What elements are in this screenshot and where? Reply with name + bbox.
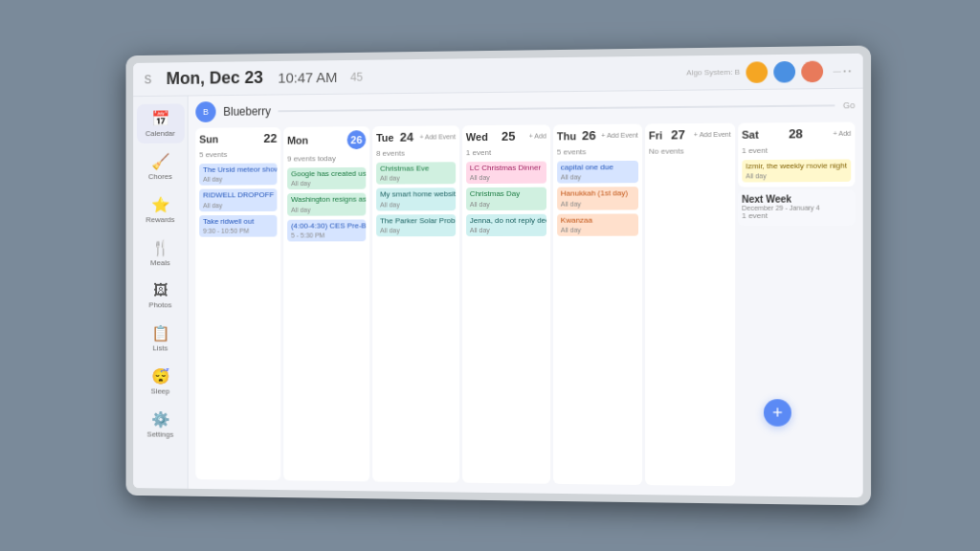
s-label: S: [145, 73, 152, 86]
sidebar-label-lists: Lists: [153, 344, 168, 353]
avatar-orange[interactable]: [746, 61, 768, 83]
event-text: LC Christmas Dinner: [470, 164, 543, 174]
day-header-sat: Sat 28 + Add: [742, 126, 851, 142]
day-header-mon: Mon 26: [287, 130, 366, 149]
event-count-sun: 5 events: [199, 150, 277, 159]
next-week-col: Next Week December 29 - January 4 1 even…: [738, 190, 855, 227]
algo-label: Algo System: B: [686, 68, 740, 77]
sidebar-item-sleep[interactable]: 😴 Sleep: [137, 362, 185, 401]
last-col: Sat 28 + Add 1 event Izmir, the weekly m…: [738, 122, 855, 488]
calendar-area: B Blueberry Go Sun 22 5 events: [189, 89, 863, 497]
screen-inner: S Mon, Dec 23 10:47 AM 45 Algo System: B…: [133, 54, 863, 497]
settings-icon: ⚙️: [151, 410, 169, 429]
event-sub: All day: [203, 201, 273, 209]
add-event-sat[interactable]: + Add: [833, 130, 851, 137]
event-tue-1[interactable]: My smart home website for CES 2... All d…: [376, 188, 456, 211]
day-name-thu: Thu: [557, 130, 576, 142]
rewards-icon: ⭐: [151, 196, 169, 214]
day-name-sun: Sun: [199, 133, 218, 144]
event-sub: All day: [561, 199, 635, 208]
avatar-red[interactable]: [801, 60, 823, 82]
add-event-tue[interactable]: + Add Event: [419, 133, 456, 140]
event-text: Hanukkah (1st day): [561, 189, 635, 200]
event-count-mon: 9 events today: [287, 154, 366, 164]
event-count-fri: No events: [649, 146, 731, 156]
profile-dot[interactable]: B: [195, 101, 215, 122]
event-mon-0[interactable]: Google has created user roles to... All …: [287, 167, 366, 190]
day-num-wed: 25: [501, 129, 515, 143]
day-col-fri: Fri 27 + Add Event No events: [645, 123, 735, 487]
sidebar-label-meals: Meals: [150, 258, 169, 267]
event-sub: All day: [470, 173, 543, 183]
top-bar-right: Algo System: B — • •: [686, 60, 851, 83]
event-sun-2[interactable]: Take ridwell out 9:30 - 10:50 PM: [199, 215, 277, 237]
day-col-wed: Wed 25 + Add 1 event LC Christmas Dinner…: [462, 124, 550, 483]
event-thu-2[interactable]: Kwanzaa All day: [557, 213, 638, 236]
photos-icon: 🖼: [153, 282, 167, 299]
day-col-sun: Sun 22 5 events The Ursid meteor shower …: [195, 127, 280, 480]
day-name-sat: Sat: [742, 128, 759, 140]
event-sub: All day: [746, 171, 847, 181]
event-sun-1[interactable]: RIDWELL DROPOFF All day: [199, 189, 277, 212]
day-header-thu: Thu 26 + Add Event: [557, 128, 638, 143]
sidebar-label-settings: Settings: [147, 430, 174, 439]
event-mon-2[interactable]: (4:00-4:30) CES Pre-Briefing call 5 - 5:…: [287, 219, 366, 241]
event-sun-0[interactable]: The Ursid meteor shower will rea... All …: [199, 164, 277, 187]
calendar-icon: 📅: [151, 109, 169, 127]
event-text: Izmir, the weekly movie night: [746, 161, 847, 171]
event-text: Jenna, do not reply deep...: [470, 216, 543, 227]
sidebar-item-calendar[interactable]: 📅 Calendar: [137, 103, 185, 143]
event-wed-2[interactable]: Jenna, do not reply deep... All day: [466, 214, 546, 237]
avatar-blue[interactable]: [773, 60, 795, 82]
event-wed-1[interactable]: Christmas Day All day: [466, 187, 546, 210]
day-num-sun: 22: [263, 131, 277, 145]
add-event-fri[interactable]: + Add Event: [694, 131, 731, 138]
day-header-sun: Sun 22: [199, 131, 277, 145]
day-num-thu: 26: [582, 128, 596, 143]
event-tue-0[interactable]: Christmas Eve All day: [376, 162, 456, 185]
profile-bar-line: [278, 104, 835, 112]
event-wed-0[interactable]: LC Christmas Dinner All day: [466, 162, 546, 185]
sidebar-item-photos[interactable]: 🖼 Photos: [137, 276, 185, 315]
profile-name: Blueberry: [223, 104, 271, 118]
event-sub: All day: [561, 172, 635, 182]
event-count-thu: 5 events: [557, 147, 638, 157]
sidebar-label-rewards: Rewards: [145, 215, 174, 224]
sidebar-item-chores[interactable]: 🧹 Chores: [137, 147, 185, 187]
day-num-tue: 24: [400, 130, 413, 144]
event-sat-0[interactable]: Izmir, the weekly movie night All day: [742, 159, 851, 183]
day-col-thu: Thu 26 + Add Event 5 events capital one …: [553, 124, 642, 485]
event-sub: All day: [470, 226, 543, 234]
add-event-wed[interactable]: + Add: [529, 132, 546, 139]
main-layout: 📅 Calendar 🧹 Chores ⭐ Rewards 🍴 Meals 🖼: [133, 89, 863, 497]
event-text: Take ridwell out: [203, 217, 273, 227]
sidebar-label-sleep: Sleep: [151, 387, 170, 396]
fab-button[interactable]: +: [764, 399, 791, 427]
event-count-wed: 1 event: [466, 148, 546, 158]
event-text: (4:00-4:30) CES Pre-Briefing call: [291, 221, 362, 231]
sidebar-item-rewards[interactable]: ⭐ Rewards: [137, 190, 185, 230]
event-count-tue: 8 events: [376, 148, 456, 158]
event-sub: All day: [380, 226, 452, 234]
event-text: My smart home website for CES 2...: [380, 190, 452, 201]
next-week-title: Next Week: [742, 194, 851, 206]
event-mon-1[interactable]: Washington resigns as Commu... All day: [287, 193, 366, 216]
event-thu-1[interactable]: Hanukkah (1st day) All day: [557, 187, 638, 210]
sidebar-label-photos: Photos: [148, 300, 171, 309]
event-text: Christmas Day: [470, 189, 543, 200]
day-name-tue: Tue: [376, 131, 393, 143]
lists-icon: 📋: [151, 324, 169, 342]
sidebar-item-meals[interactable]: 🍴 Meals: [137, 233, 185, 273]
chores-icon: 🧹: [151, 153, 169, 171]
event-tue-2[interactable]: The Parker Solar Probe will make... All …: [376, 214, 456, 237]
sidebar-item-lists[interactable]: 📋 Lists: [137, 319, 185, 358]
add-event-thu[interactable]: + Add Event: [601, 132, 637, 139]
day-num-sat: 28: [789, 126, 803, 141]
sidebar-item-settings[interactable]: ⚙️ Settings: [137, 405, 185, 445]
day-num-fri: 27: [671, 127, 685, 142]
top-bar-time: 10:47 AM: [278, 69, 337, 86]
day-header-tue: Tue 24 + Add Event: [376, 129, 456, 144]
event-sub: All day: [380, 200, 452, 209]
event-thu-0[interactable]: capital one due All day: [557, 161, 638, 184]
event-sub: All day: [380, 174, 452, 183]
